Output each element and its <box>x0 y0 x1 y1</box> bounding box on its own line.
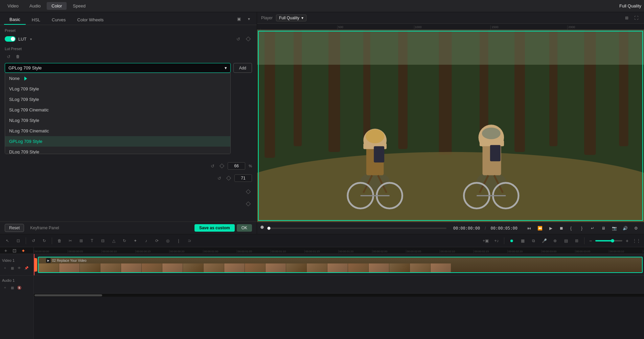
video-clip[interactable]: ▶ 02 Replace Your Video <box>38 257 643 273</box>
track-add-audio[interactable]: +♪ <box>492 236 501 246</box>
lut-diamond-icon[interactable] <box>245 35 252 43</box>
volume-icon[interactable]: 🔊 <box>620 224 630 233</box>
lut-option-slog709c[interactable]: SLog 709 Cinematic <box>5 105 230 115</box>
crop-tool[interactable]: ⊟ <box>98 236 108 246</box>
tab-color[interactable]: Color <box>47 2 67 10</box>
progress-dot[interactable] <box>260 226 264 229</box>
tab-audio[interactable]: Audio <box>25 2 45 10</box>
panel-toggle-icon[interactable]: ▣ <box>235 15 243 23</box>
text-tool[interactable]: T <box>87 236 97 246</box>
expand-timeline-btn[interactable]: ⋮⋮ <box>632 236 641 246</box>
lut-option-slog709[interactable]: SLog 709 Style <box>5 94 230 105</box>
value-row-1-diamond-icon[interactable] <box>218 162 226 170</box>
scrollbar-thumb[interactable] <box>34 294 102 296</box>
lut-dropdown-arrow[interactable]: ▾ <box>30 37 32 41</box>
progress-thumb[interactable] <box>267 227 271 230</box>
bracket-left-icon[interactable]: { <box>566 224 576 233</box>
video-track-eye-icon[interactable]: 👁 <box>16 265 22 271</box>
playhead[interactable] <box>34 254 34 275</box>
lut-option-none[interactable]: None <box>5 73 230 84</box>
lut-option-nlog709[interactable]: NLog 709 Style <box>5 115 230 126</box>
link-tool[interactable]: ⊃ <box>185 236 194 246</box>
audio-track-mute-icon[interactable]: 🔇 <box>16 285 22 291</box>
add-button[interactable]: Add <box>233 63 252 73</box>
lut-option-dlog709[interactable]: DLog 709 Style <box>5 147 230 154</box>
lut-option-gplog709[interactable]: GPLog 709 Style <box>5 136 230 147</box>
go-to-icon[interactable]: ↵ <box>588 224 597 233</box>
sub-tab-color-wheels[interactable]: Color Wheels <box>72 15 109 24</box>
lut-option-vlog[interactable]: VLog 709 Style <box>5 84 230 94</box>
video-track-media-icon[interactable]: ▦ <box>9 265 15 271</box>
audio-track-add-icon[interactable]: + <box>2 285 8 291</box>
stop-button[interactable]: ⏹ <box>557 224 566 233</box>
rotate-tool[interactable]: ↻ <box>120 236 129 246</box>
video-track-pin-icon[interactable]: 📌 <box>23 265 29 271</box>
value-row-2-diamond-icon[interactable] <box>225 174 232 182</box>
video-track-add-icon[interactable]: + <box>2 265 8 271</box>
select-tool[interactable]: ⊡ <box>14 236 23 246</box>
transform-tool[interactable]: ⊞ <box>76 236 86 246</box>
bracket-right-icon[interactable]: } <box>577 224 586 233</box>
lut-option-nlog709c[interactable]: NLog 709 Cinematic <box>5 126 230 136</box>
sub-tabs: Basic HSL Curves Color Wheels ▣ ▾ <box>0 12 257 25</box>
play-button[interactable]: ▶ <box>546 224 555 233</box>
keyframe-panel-button[interactable]: Keyframe Panel <box>27 224 62 232</box>
value-row-3-diamond-icon[interactable] <box>245 188 252 195</box>
stabilize-tool[interactable]: ◎ <box>163 236 172 246</box>
camera-icon[interactable]: 📷 <box>610 224 619 233</box>
audio-track-media-icon[interactable]: ▦ <box>9 285 15 291</box>
import-btn[interactable]: ⊞ <box>572 236 581 246</box>
tab-speed[interactable]: Speed <box>68 2 90 10</box>
tab-video[interactable]: Video <box>3 2 23 10</box>
delete-tool[interactable]: 🗑 <box>55 236 64 246</box>
lut-toggle[interactable] <box>5 36 16 42</box>
overlay-btn[interactable]: ⊕ <box>550 236 560 246</box>
reset-button[interactable]: Reset <box>5 224 24 232</box>
effect-tool[interactable]: ✦ <box>131 236 140 246</box>
timeline-marker-btn[interactable]: ◆ <box>20 247 27 254</box>
sub-tab-hsl[interactable]: HSL <box>26 15 46 24</box>
prev-frame-button[interactable]: ⏮ <box>524 224 534 233</box>
redo-tool[interactable]: ↻ <box>40 236 49 246</box>
value-row-4-diamond-icon[interactable] <box>245 200 252 208</box>
audio-track-name: Audio 1 <box>2 278 15 282</box>
cursor-tool[interactable]: ↖ <box>3 236 12 246</box>
zoom-slider[interactable] <box>595 240 622 241</box>
layer-btn[interactable]: ⧉ <box>529 236 538 246</box>
media-btn[interactable]: ▦ <box>518 236 527 246</box>
record-btn[interactable]: ⏺ <box>507 236 516 246</box>
ok-button[interactable]: OK <box>237 224 252 232</box>
preset-reset-icon[interactable]: ↺ <box>5 53 12 60</box>
audio-adj-tool[interactable]: ♪ <box>141 236 151 246</box>
track-settings-btn[interactable]: ⊡ <box>11 247 18 254</box>
quality-dropdown[interactable]: Full Quality ▾ <box>276 15 306 21</box>
preset-trash-icon[interactable]: 🗑 <box>14 53 22 60</box>
progress-bar[interactable] <box>267 228 446 229</box>
sub-tab-curves[interactable]: Curves <box>46 15 71 24</box>
caption-btn[interactable]: ▤ <box>561 236 571 246</box>
lut-reset-icon[interactable]: ↺ <box>234 35 242 43</box>
value-row-2-reset-icon[interactable]: ↺ <box>215 174 223 182</box>
undo-tool[interactable]: ↺ <box>29 236 38 246</box>
value-row-1-reset-icon[interactable]: ↺ <box>209 162 216 170</box>
player-expand-icon[interactable]: ⛶ <box>632 14 640 22</box>
value-input-2[interactable]: 71 <box>234 174 252 182</box>
cut-tool[interactable]: ✂ <box>66 236 75 246</box>
zoom-plus-btn[interactable]: + <box>624 237 630 244</box>
save-custom-button[interactable]: Save as custom <box>194 224 235 232</box>
split-tool[interactable]: | <box>174 236 183 246</box>
settings-icon[interactable]: ⚙ <box>631 224 641 233</box>
lut-dropdown-trigger[interactable]: GPLog 709 Style ▾ <box>5 63 231 73</box>
player-grid-icon[interactable]: ⊞ <box>623 14 630 22</box>
track-add-video[interactable]: +▣ <box>481 236 490 246</box>
mic-btn[interactable]: 🎤 <box>539 236 549 246</box>
panel-collapse-icon[interactable]: ▾ <box>245 15 253 23</box>
zoom-minus-btn[interactable]: − <box>587 237 594 244</box>
shape-tool[interactable]: △ <box>109 236 118 246</box>
sub-tab-basic[interactable]: Basic <box>4 15 26 25</box>
speed-tool[interactable]: ⟳ <box>152 236 162 246</box>
monitor-icon[interactable]: 🖥 <box>599 224 608 233</box>
add-track-btn[interactable]: + <box>2 247 9 254</box>
play-back-button[interactable]: ⏪ <box>535 224 545 233</box>
value-input-1[interactable]: 66 <box>228 162 245 170</box>
